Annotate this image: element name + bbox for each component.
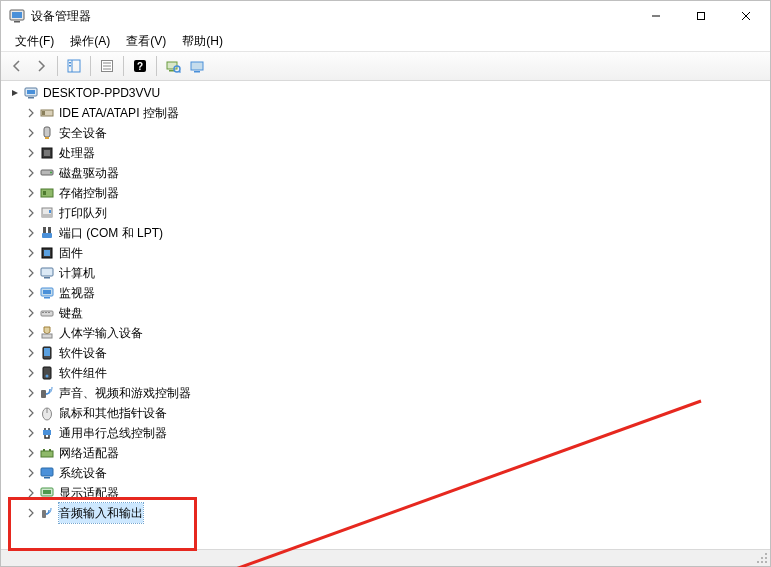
svg-rect-53 [42,334,52,338]
tree-item-monitors[interactable]: 监视器 [1,283,770,303]
titlebar[interactable]: 设备管理器 [1,1,770,31]
svg-rect-41 [42,233,52,238]
scan-hardware-button[interactable] [161,55,184,77]
expander-closed-icon[interactable] [25,127,37,139]
show-hide-tree-button[interactable] [62,55,85,77]
expander-closed-icon[interactable] [25,187,37,199]
tree-item-disk-drives[interactable]: 磁盘驱动器 [1,163,770,183]
menu-action[interactable]: 操作(A) [62,31,118,51]
computer-icon [39,265,55,281]
svg-rect-24 [27,90,35,94]
svg-rect-50 [42,312,44,313]
tree-item-label: 网络适配器 [59,443,119,463]
tree-item-network-adapters[interactable]: 网络适配器 [1,443,770,463]
tree-item-label: 处理器 [59,143,95,163]
tree-item-system-devices[interactable]: 系统设备 [1,463,770,483]
tree-item-audio-io[interactable]: 音频输入和输出 [1,503,770,523]
sound-video-game-icon [39,385,55,401]
tree-item-storage-controllers[interactable]: 存储控制器 [1,183,770,203]
expander-closed-icon[interactable] [25,227,37,239]
expander-closed-icon[interactable] [25,287,37,299]
expander-closed-icon[interactable] [25,387,37,399]
close-button[interactable] [723,2,768,30]
svg-rect-22 [194,71,200,73]
expander-closed-icon[interactable] [25,247,37,259]
expander-closed-icon[interactable] [25,367,37,379]
minimize-button[interactable] [633,2,678,30]
svg-rect-61 [43,430,51,435]
computer-icon [23,85,39,101]
svg-rect-38 [49,210,51,213]
expander-closed-icon[interactable] [25,107,37,119]
back-button[interactable] [5,55,28,77]
svg-rect-55 [44,348,50,356]
expander-closed-icon[interactable] [25,407,37,419]
expander-closed-icon[interactable] [25,327,37,339]
svg-rect-17 [167,62,177,69]
tree-item-display-adapters[interactable]: 显示适配器 [1,483,770,503]
forward-button[interactable] [29,55,52,77]
tree-area[interactable]: DESKTOP-PPD3VVU IDE ATA/ATAPI 控制器安全设备处理器… [1,81,770,550]
svg-point-73 [765,557,767,559]
menu-view[interactable]: 查看(V) [118,31,174,51]
tree-item-usb-controllers[interactable]: 通用串行总线控制器 [1,423,770,443]
expander-closed-icon[interactable] [25,307,37,319]
tree-item-label: 计算机 [59,263,95,283]
tree-item-ports-com-lpt[interactable]: 端口 (COM 和 LPT) [1,223,770,243]
tree-item-print-queues[interactable]: 打印队列 [1,203,770,223]
svg-rect-45 [44,277,50,279]
tree-item-ide-ata-atapi[interactable]: IDE ATA/ATAPI 控制器 [1,103,770,123]
tree-item-sound-video-game[interactable]: 声音、视频和游戏控制器 [1,383,770,403]
tree-item-hid[interactable]: 人体学输入设备 [1,323,770,343]
tree-item-software-components[interactable]: 软件组件 [1,363,770,383]
expander-closed-icon[interactable] [25,467,37,479]
svg-rect-9 [69,62,71,64]
menu-help[interactable]: 帮助(H) [174,31,231,51]
svg-rect-4 [697,13,704,20]
tree-item-label: 软件设备 [59,343,107,363]
expander-closed-icon[interactable] [25,347,37,359]
tree-item-label: 软件组件 [59,363,107,383]
expander-closed-icon[interactable] [25,487,37,499]
expander-closed-icon[interactable] [25,147,37,159]
tree-item-mice-pointing[interactable]: 鼠标和其他指针设备 [1,403,770,423]
tree-item-keyboards[interactable]: 键盘 [1,303,770,323]
network-adapters-icon [39,445,55,461]
svg-text:?: ? [136,61,142,72]
svg-point-57 [46,375,49,378]
menu-file[interactable]: 文件(F) [7,31,62,51]
properties-button[interactable] [95,55,118,77]
tree-item-processors[interactable]: 处理器 [1,143,770,163]
display-adapters-icon [39,485,55,501]
device-manager-icon [9,8,25,24]
tree-root-row[interactable]: DESKTOP-PPD3VVU [1,83,770,103]
svg-rect-47 [43,290,51,294]
monitors-icon [39,285,55,301]
tree-item-label: 存储控制器 [59,183,119,203]
hid-icon [39,325,55,341]
expander-closed-icon[interactable] [25,167,37,179]
tree-item-label: 固件 [59,243,83,263]
svg-rect-2 [14,21,20,23]
resize-grip-icon[interactable] [754,550,770,566]
svg-rect-37 [42,214,52,217]
expander-open-icon[interactable] [9,87,21,99]
tree-item-computer[interactable]: 计算机 [1,263,770,283]
expander-closed-icon[interactable] [25,427,37,439]
expander-closed-icon[interactable] [25,207,37,219]
svg-rect-44 [41,268,53,276]
tree-item-firmware[interactable]: 固件 [1,243,770,263]
help-button[interactable]: ? [128,55,151,77]
svg-rect-10 [69,65,71,67]
tree-item-security-devices[interactable]: 安全设备 [1,123,770,143]
tree-item-software-devices[interactable]: 软件设备 [1,343,770,363]
usb-controllers-icon [39,425,55,441]
system-devices-icon [39,465,55,481]
maximize-button[interactable] [678,2,723,30]
expander-closed-icon[interactable] [25,267,37,279]
add-legacy-hardware-button[interactable] [185,55,208,77]
svg-rect-35 [43,191,46,195]
expander-closed-icon[interactable] [25,447,37,459]
expander-closed-icon[interactable] [25,507,37,519]
svg-rect-48 [44,297,50,299]
